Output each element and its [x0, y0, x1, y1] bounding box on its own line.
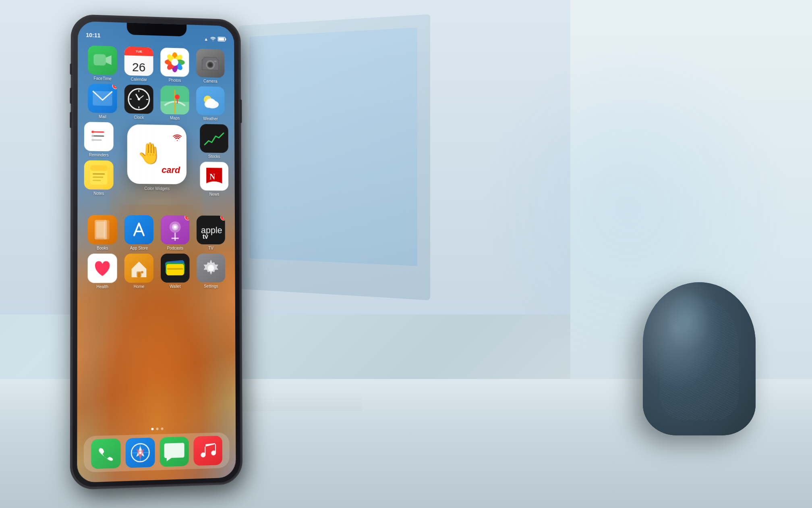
volume-up-button[interactable] — [70, 87, 72, 104]
monitor-screen — [249, 27, 417, 266]
settings-icon — [197, 254, 225, 283]
app-row-5: Books App Store — [84, 215, 229, 250]
status-time: 10:11 — [86, 32, 100, 39]
app-books[interactable]: Books — [88, 215, 117, 250]
health-icon — [88, 254, 117, 283]
clock-label: Clock — [134, 115, 144, 120]
status-icons: ▲ — [204, 36, 226, 42]
app-row-3-group: Reminders — [84, 122, 228, 196]
app-photos[interactable]: Photos — [160, 48, 189, 83]
svg-rect-45 — [93, 177, 103, 178]
battery-icon — [218, 37, 226, 42]
svg-text:🤚: 🤚 — [137, 140, 163, 165]
svg-rect-17 — [214, 60, 217, 62]
app-podcasts[interactable]: 1 Podcasts — [161, 215, 190, 250]
svg-point-56 — [174, 225, 177, 229]
reminders-icon — [84, 122, 114, 151]
reminders-label: Reminders — [89, 153, 109, 158]
podcasts-icon: 1 — [161, 215, 190, 244]
dock-safari[interactable] — [126, 437, 155, 468]
dock-music[interactable] — [193, 436, 222, 466]
podcasts-badge: 1 — [184, 215, 189, 220]
stocks-icon — [200, 124, 228, 153]
app-mail[interactable]: 1 Mail — [88, 83, 117, 119]
dock-messages-icon — [160, 437, 189, 467]
books-icon — [88, 215, 117, 244]
home-label: Home — [134, 284, 145, 289]
app-tv[interactable]: 1 apple tv TV — [197, 216, 225, 250]
app-clock[interactable]: Clock — [124, 85, 153, 120]
dock-phone[interactable] — [91, 439, 120, 469]
svg-point-62 — [141, 271, 143, 273]
background-monitor — [238, 14, 430, 300]
app-news[interactable]: N News — [200, 162, 228, 197]
svg-rect-2 — [218, 37, 224, 40]
app-home[interactable]: Home — [124, 254, 153, 289]
dock-messages[interactable] — [160, 437, 189, 467]
app-facetime[interactable]: FaceTime — [88, 46, 117, 81]
camera-label: Camera — [203, 79, 218, 84]
tv-badge: 1 — [220, 216, 225, 221]
svg-rect-1 — [225, 38, 226, 40]
row3-right-col: Stocks N News — [200, 124, 228, 196]
facetime-label: FaceTime — [93, 76, 111, 81]
app-settings[interactable]: Settings — [197, 254, 225, 289]
svg-rect-42 — [90, 165, 107, 171]
app-maps[interactable]: Maps — [160, 85, 189, 121]
card-app-icon[interactable]: 🤚 card — [127, 124, 186, 184]
volume-down-button[interactable] — [70, 112, 72, 128]
books-label: Books — [97, 246, 108, 250]
app-row-2: 1 Mail — [84, 83, 228, 121]
maps-label: Maps — [170, 116, 180, 120]
app-row-6: Health Home — [84, 254, 229, 289]
wallet-label: Wallet — [170, 284, 180, 289]
card-wifi-icon — [173, 130, 182, 145]
svg-rect-37 — [93, 135, 104, 137]
svg-rect-52 — [104, 220, 109, 239]
news-icon: N — [200, 162, 228, 191]
photos-label: Photos — [169, 78, 181, 83]
dock-music-icon — [193, 436, 222, 466]
notes-icon — [84, 160, 114, 189]
svg-rect-35 — [93, 131, 104, 133]
mail-label: Mail — [99, 115, 106, 119]
mail-icon: 1 — [88, 83, 117, 113]
microphone — [627, 266, 756, 435]
app-stocks[interactable]: Stocks — [200, 124, 228, 159]
notch — [127, 23, 186, 36]
dock-safari-icon — [126, 437, 155, 468]
app-calendar[interactable]: TUE 26 Calendar — [124, 46, 153, 82]
iphone-screen: 10:11 ▲ — [77, 21, 236, 483]
silent-switch[interactable] — [70, 63, 72, 75]
calendar-date: 26 — [124, 61, 153, 74]
app-notes[interactable]: Notes — [84, 160, 114, 196]
app-reminders[interactable]: Reminders — [84, 122, 114, 157]
app-health[interactable]: Health — [88, 254, 117, 289]
iphone-body: 10:11 ▲ — [71, 15, 242, 489]
app-weather[interactable]: Weather — [196, 86, 225, 121]
facetime-icon — [88, 46, 117, 75]
app-camera[interactable]: Camera — [196, 49, 225, 84]
weather-label: Weather — [203, 117, 218, 121]
row3-left-col: Reminders — [84, 122, 114, 196]
calendar-label: Calendar — [130, 77, 147, 82]
dock-phone-icon — [91, 439, 120, 469]
settings-label: Settings — [204, 284, 218, 288]
svg-marker-4 — [106, 55, 112, 65]
app-appstore[interactable]: App Store — [124, 215, 153, 250]
dot-3 — [161, 427, 164, 430]
signal-icon: ▲ — [204, 37, 208, 42]
calendar-icon: TUE 26 — [124, 46, 153, 76]
stocks-label: Stocks — [208, 154, 220, 159]
tv-icon: 1 apple tv — [197, 216, 225, 245]
card-app-label: Color Widgets — [144, 186, 170, 191]
power-button[interactable] — [240, 100, 242, 123]
app-wallet[interactable]: Wallet — [161, 254, 190, 289]
svg-rect-3 — [93, 54, 106, 66]
weather-icon — [196, 86, 225, 115]
wallet-icon — [161, 254, 190, 283]
app-row-1: FaceTime TUE 26 Calendar — [84, 45, 228, 83]
mail-badge: 1 — [112, 83, 117, 89]
calendar-day: TUE — [124, 46, 153, 56]
photos-icon — [160, 48, 189, 77]
